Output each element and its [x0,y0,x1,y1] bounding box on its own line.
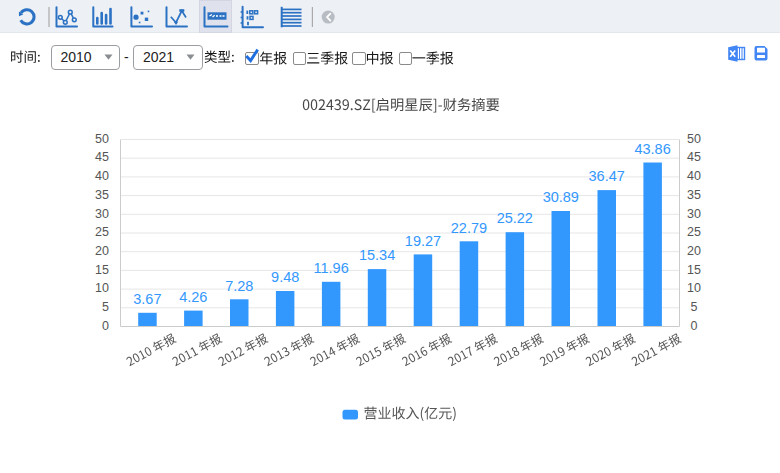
svg-text:15.34: 15.34 [359,247,395,263]
svg-text:40: 40 [687,169,701,183]
svg-text:35: 35 [95,188,109,202]
svg-text:22.79: 22.79 [451,220,487,236]
svg-text:10: 10 [687,281,701,295]
svg-text:25.22: 25.22 [497,210,533,226]
svg-text:40: 40 [95,169,109,183]
svg-text:20: 20 [95,244,109,258]
svg-text:3.67: 3.67 [133,291,161,307]
svg-text:5: 5 [691,300,698,314]
svg-text:4.26: 4.26 [179,289,207,305]
svg-text:36.47: 36.47 [589,168,625,184]
svg-text:50: 50 [95,132,109,146]
svg-text:7.28: 7.28 [225,278,253,294]
svg-text:20: 20 [687,244,701,258]
svg-text:9.48: 9.48 [271,269,299,285]
svg-text:30: 30 [95,207,109,221]
svg-text:50: 50 [687,132,701,146]
svg-text:19.27: 19.27 [405,233,441,249]
svg-text:45: 45 [95,150,109,164]
svg-text:10: 10 [95,281,109,295]
svg-text:35: 35 [687,188,701,202]
svg-text:0: 0 [691,319,698,333]
svg-text:15: 15 [95,263,109,277]
svg-text:15: 15 [687,263,701,277]
svg-text:0: 0 [102,319,109,333]
svg-text:5: 5 [102,300,109,314]
svg-text:25: 25 [95,225,109,239]
svg-text:30: 30 [687,207,701,221]
svg-text:11.96: 11.96 [313,260,348,276]
svg-text:45: 45 [687,150,701,164]
svg-text:43.86: 43.86 [634,141,670,157]
svg-text:30.89: 30.89 [543,189,579,205]
svg-text:25: 25 [687,225,701,239]
